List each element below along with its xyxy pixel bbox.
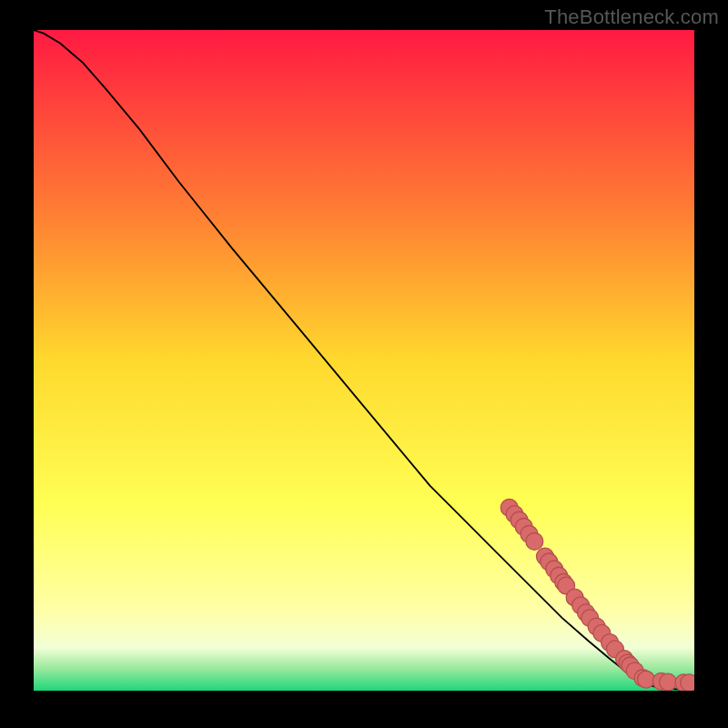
chart-frame: TheBottleneck.com	[0, 0, 728, 728]
watermark-label: TheBottleneck.com	[544, 5, 719, 29]
data-point	[681, 674, 694, 691]
bottleneck-curve-chart	[34, 30, 694, 691]
data-point	[638, 671, 655, 688]
gradient-background	[34, 30, 694, 691]
data-point	[526, 532, 543, 550]
data-point	[660, 673, 677, 691]
plot-area	[34, 30, 694, 691]
